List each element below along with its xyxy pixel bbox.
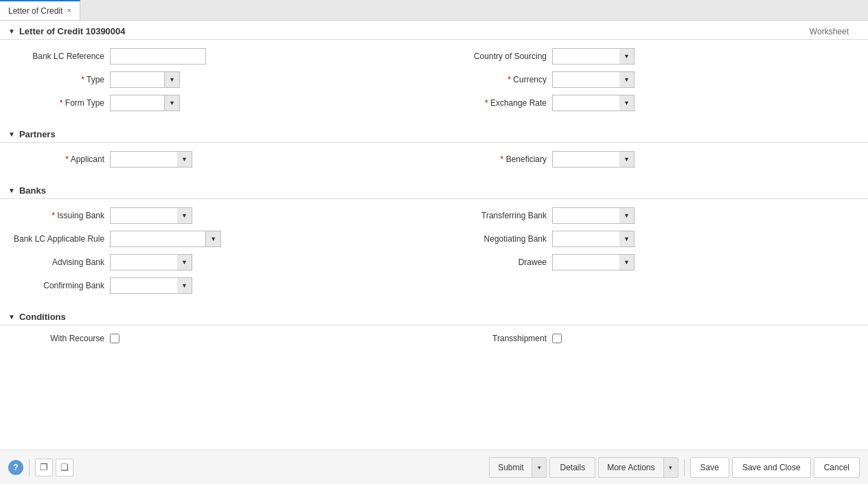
issuing-bank-label: Issuing Bank xyxy=(14,211,110,220)
toolbar-separator-1 xyxy=(29,459,30,476)
applicant-label: Applicant xyxy=(14,154,110,164)
conditions-section-toggle[interactable]: ▼ xyxy=(8,313,15,321)
help-icon[interactable]: ? xyxy=(8,460,23,475)
type-split-arrow-icon[interactable]: ▼ xyxy=(165,71,180,88)
partners-form-area: Applicant ▼ Beneficiary ▼ xyxy=(0,143,868,183)
banks-form-area: Issuing Bank ▼ Transferring Bank ▼ xyxy=(0,199,868,309)
tab-letter-of-credit[interactable]: Letter of Credit × xyxy=(0,0,80,20)
save-button[interactable]: Save xyxy=(690,457,729,478)
negotiating-bank-select[interactable] xyxy=(552,231,635,247)
bottom-toolbar: ? ❐ ❑ Submit ▾ Details More Actions ▾ Sa… xyxy=(0,450,868,484)
form-row-confirming: Confirming Bank ▼ xyxy=(14,277,843,294)
form-right-drawee: Drawee ▼ xyxy=(429,254,843,270)
worksheet-link[interactable]: Worksheet xyxy=(810,27,849,36)
banks-section-toggle[interactable]: ▼ xyxy=(8,187,15,194)
conditions-section-title: Conditions xyxy=(19,312,66,322)
copy-icon: ❐ xyxy=(40,462,48,472)
advising-bank-label: Advising Bank xyxy=(14,257,110,267)
type-input[interactable]: Master xyxy=(110,71,165,88)
form-left-issuing: Issuing Bank ▼ xyxy=(14,207,429,224)
confirming-bank-select[interactable] xyxy=(110,277,192,294)
beneficiary-wrapper: ▼ xyxy=(552,151,635,168)
issuing-bank-select[interactable] xyxy=(110,207,192,224)
more-actions-split-button: More Actions ▾ xyxy=(598,457,678,478)
with-recourse-label: With Recourse xyxy=(14,334,110,343)
form-right-currency: Currency ▼ xyxy=(429,71,843,88)
drawee-select[interactable] xyxy=(552,254,635,270)
lc-section-toggle[interactable]: ▼ xyxy=(8,27,15,35)
tab-bar: Letter of Credit × xyxy=(0,0,868,21)
submit-split-button: Submit ▾ xyxy=(489,457,547,478)
partners-section-title: Partners xyxy=(19,129,56,139)
form-left-rule: Bank LC Applicable Rule ▼ xyxy=(14,231,429,247)
beneficiary-select[interactable] xyxy=(552,151,635,168)
paste-button[interactable]: ❑ xyxy=(56,459,73,476)
more-actions-dropdown-arrow-icon[interactable]: ▾ xyxy=(663,457,678,478)
form-row-issuing-transferring: Issuing Bank ▼ Transferring Bank ▼ xyxy=(14,207,843,224)
tab-close-icon[interactable]: × xyxy=(67,7,71,14)
main-content: ▼ Letter of Credit 10390004 Worksheet Ba… xyxy=(0,21,868,450)
more-actions-button[interactable]: More Actions xyxy=(598,457,663,478)
partners-header-left: ▼ Partners xyxy=(8,129,56,139)
bank-lc-rule-input[interactable] xyxy=(110,231,206,247)
form-right-transferring: Transferring Bank ▼ xyxy=(429,207,843,224)
exchange-rate-select[interactable] xyxy=(552,95,635,111)
applicant-wrapper: ▼ xyxy=(110,151,192,168)
partners-section-toggle[interactable]: ▼ xyxy=(8,130,15,138)
country-of-sourcing-wrapper: ▼ xyxy=(552,48,635,65)
bank-lc-reference-input[interactable] xyxy=(110,48,206,65)
form-row-partners: Applicant ▼ Beneficiary ▼ xyxy=(14,151,843,168)
type-label: Type xyxy=(14,75,110,84)
toolbar-separator-2 xyxy=(684,459,685,476)
copy-button[interactable]: ❐ xyxy=(35,459,53,476)
transferring-bank-wrapper: ▼ xyxy=(552,207,635,224)
bank-lc-rule-arrow-icon[interactable]: ▼ xyxy=(206,231,221,247)
bank-lc-applicable-rule-label: Bank LC Applicable Rule xyxy=(14,234,110,244)
submit-button[interactable]: Submit xyxy=(489,457,532,478)
banks-header-left: ▼ Banks xyxy=(8,185,46,196)
with-recourse-checkbox[interactable] xyxy=(110,334,119,343)
cancel-button[interactable]: Cancel xyxy=(814,457,860,478)
form-row-3: Form Type Long ▼ Exchange Rate ▼ xyxy=(14,95,843,111)
transshipment-checkbox[interactable] xyxy=(552,334,562,343)
form-right-beneficiary: Beneficiary ▼ xyxy=(429,151,843,168)
exchange-rate-wrapper: ▼ xyxy=(552,95,635,111)
banks-section-title: Banks xyxy=(19,185,46,196)
country-of-sourcing-select[interactable] xyxy=(552,48,635,65)
details-button[interactable]: Details xyxy=(549,457,595,478)
confirming-bank-label: Confirming Bank xyxy=(14,281,110,290)
form-row-advising-drawee: Advising Bank ▼ Drawee ▼ xyxy=(14,254,843,270)
confirming-bank-wrapper: ▼ xyxy=(110,277,192,294)
transferring-bank-select[interactable] xyxy=(552,207,635,224)
form-left-type: Type Master ▼ xyxy=(14,71,429,88)
lc-header-section: ▼ Letter of Credit 10390004 Worksheet xyxy=(0,21,868,39)
save-and-close-button[interactable]: Save and Close xyxy=(732,457,811,478)
applicant-select[interactable] xyxy=(110,151,192,168)
transferring-bank-label: Transferring Bank xyxy=(429,211,552,220)
partners-header-section: ▼ Partners xyxy=(0,126,868,142)
conditions-header-left: ▼ Conditions xyxy=(8,312,66,322)
currency-label: Currency xyxy=(429,75,552,84)
form-left-applicant: Applicant ▼ xyxy=(14,151,429,168)
form-left-confirming: Confirming Bank ▼ xyxy=(14,277,429,294)
form-left-with-recourse: With Recourse xyxy=(14,334,429,343)
submit-dropdown-arrow-icon[interactable]: ▾ xyxy=(532,457,547,478)
form-right-country: Country of Sourcing ▼ xyxy=(429,48,843,65)
form-row-2: Type Master ▼ Currency ▼ xyxy=(14,71,843,88)
form-type-split-arrow-icon[interactable]: ▼ xyxy=(165,95,180,111)
exchange-rate-label: Exchange Rate xyxy=(429,98,552,108)
advising-bank-select[interactable] xyxy=(110,254,192,270)
negotiating-bank-wrapper: ▼ xyxy=(552,231,635,247)
form-left-advising: Advising Bank ▼ xyxy=(14,254,429,270)
lc-section-title: Letter of Credit 10390004 xyxy=(19,26,126,36)
currency-select[interactable] xyxy=(552,71,635,88)
lc-header-left: ▼ Letter of Credit 10390004 xyxy=(8,26,126,36)
drawee-wrapper: ▼ xyxy=(552,254,635,270)
country-of-sourcing-label: Country of Sourcing xyxy=(429,51,552,61)
form-left-bank-lc-ref: Bank LC Reference xyxy=(14,48,429,65)
form-type-split-select: Long ▼ xyxy=(110,95,180,111)
tab-label: Letter of Credit xyxy=(8,6,62,16)
advising-bank-wrapper: ▼ xyxy=(110,254,192,270)
form-type-input[interactable]: Long xyxy=(110,95,165,111)
form-right-negotiating: Negotiating Bank ▼ xyxy=(429,231,843,247)
